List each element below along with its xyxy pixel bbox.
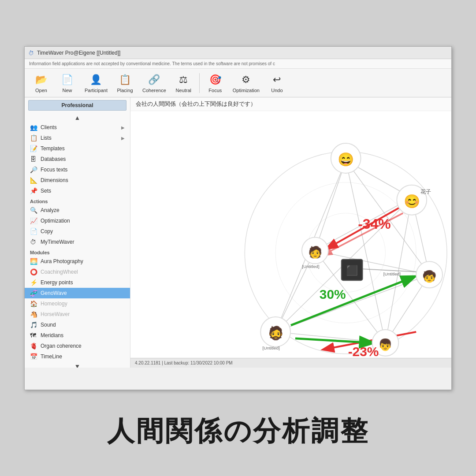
participant-icon: 👤 [89, 73, 103, 87]
templates-icon: 📝 [30, 145, 37, 152]
status-bar: 4.20.22.1181 | Last backup: 11/30/2022 1… [130, 358, 451, 368]
svg-text:🧔: 🧔 [268, 325, 284, 341]
open-button[interactable]: 📂 Open [29, 71, 53, 95]
open-icon: 📂 [34, 73, 48, 87]
neutral-label: Neutral [176, 88, 191, 93]
svg-text:👦: 👦 [378, 338, 393, 352]
sidebar-item-optimization[interactable]: 📈 Optimization [25, 216, 130, 226]
aura-icon: 🌅 [30, 258, 37, 265]
sidebar-item-organ-coherence[interactable]: 🫀 Organ coherence [25, 341, 130, 351]
organ-icon: 🫀 [30, 342, 37, 350]
sound-icon: 🎵 [30, 321, 37, 328]
sidebar-arrow-down[interactable]: ▼ [25, 362, 130, 368]
sidebar-item-homeology[interactable]: 🏠 Homeology [25, 298, 130, 309]
genowave-label: GenoWave [41, 290, 67, 296]
lists-label: Lists [41, 135, 52, 141]
neutral-icon: ⚖ [176, 73, 190, 87]
timeline-icon: 📅 [30, 353, 37, 360]
sets-label: Sets [41, 188, 51, 194]
content-area: Professional ▲ 👥 Clients ▶ 📋 Lists ▶ 📝 T… [25, 97, 451, 368]
sidebar-item-sound[interactable]: 🎵 Sound [25, 320, 130, 330]
sidebar-item-databases[interactable]: 🗄 Databases [25, 154, 130, 164]
undo-label: Undo [271, 88, 283, 93]
sidebar-item-coaching-wheel[interactable]: ⭕ CoachingWheel [25, 267, 130, 277]
optimization-button[interactable]: ⚙ Optimization [229, 71, 263, 95]
dimensions-icon: 📐 [30, 177, 37, 184]
sidebar-arrow-up[interactable]: ▲ [25, 113, 130, 122]
sidebar-item-clients[interactable]: 👥 Clients ▶ [25, 122, 130, 133]
svg-text:🧑: 🧑 [308, 245, 323, 259]
placing-button[interactable]: 📋 Placing [113, 71, 137, 95]
coaching-icon: ⭕ [30, 268, 37, 275]
organ-label: Organ coherence [41, 343, 82, 349]
app-title: TimeWaver Pro@Eigene [[Untitled]] [37, 50, 120, 56]
svg-line-20 [291, 277, 414, 325]
svg-line-9 [315, 250, 429, 275]
app-icon: ⏱ [28, 50, 34, 56]
focus-button[interactable]: 🎯 Focus [203, 71, 227, 95]
homeology-icon: 🏠 [30, 300, 37, 307]
bottom-text: 人間関係の分析調整 [0, 413, 476, 450]
focus-label: Focus [208, 88, 222, 93]
new-button[interactable]: 📄 New [55, 71, 79, 95]
genowave-icon: 🧬 [30, 290, 37, 297]
app-window: ⏱ TimeWaver Pro@Eigene [[Untitled]] Info… [24, 46, 452, 390]
svg-text:⬛: ⬛ [346, 264, 358, 276]
neutral-button[interactable]: ⚖ Neutral [171, 71, 196, 95]
sidebar-item-analyze[interactable]: 🔍 Analyze [25, 205, 130, 216]
focus-icon: 🎯 [208, 73, 222, 87]
analyze-icon: 🔍 [30, 207, 37, 214]
svg-text:😊: 😊 [404, 193, 420, 209]
title-bar: ⏱ TimeWaver Pro@Eigene [[Untitled]] [25, 47, 451, 59]
sidebar-item-sets[interactable]: 📌 Sets [25, 186, 130, 196]
undo-icon: ↩ [270, 73, 284, 87]
horsewaver-label: HorseWaver [41, 311, 70, 317]
sidebar-item-genowave[interactable]: 🧬 GenoWave [25, 288, 130, 298]
sound-label: Sound [41, 322, 56, 328]
open-label: Open [35, 88, 47, 93]
sidebar-item-copy[interactable]: 📄 Copy [25, 226, 130, 237]
sidebar-item-aura-photography[interactable]: 🌅 Aura Photography [25, 256, 130, 267]
undo-button[interactable]: ↩ Undo [265, 71, 289, 95]
sidebar-item-timeline[interactable]: 📅 TimeLine [25, 351, 130, 362]
info-bar: Information field applications are not a… [25, 59, 451, 69]
placing-icon: 📋 [118, 73, 132, 87]
participant-label: Participant [85, 88, 108, 93]
coherence-button[interactable]: 🔗 Coherence [139, 71, 170, 95]
sidebar-item-lists[interactable]: 📋 Lists ▶ [25, 133, 130, 143]
clients-arrow: ▶ [121, 125, 125, 130]
aura-label: Aura Photography [41, 258, 83, 264]
sidebar-item-meridians[interactable]: 🗺 Meridians [25, 330, 130, 341]
sidebar-item-energy-points[interactable]: ⚡ Energy points [25, 277, 130, 288]
templates-label: Templates [41, 145, 65, 152]
main-content: 会社の人間関係（会社の上下関係は良好です） [130, 97, 451, 368]
svg-text:花子: 花子 [420, 189, 431, 195]
clients-icon: 👥 [30, 124, 37, 131]
mytimewaver-label: MyTimeWaver [41, 239, 74, 245]
coherence-label: Coherence [142, 88, 166, 93]
status-text: 4.20.22.1181 | Last backup: 11/30/2022 1… [135, 361, 233, 365]
svg-text:🧒: 🧒 [422, 269, 437, 283]
diagram-area: 😄 😊 🧒 👦 🧔 🧑 ⬛ 花子 [Untitled] [Untitled] [… [130, 111, 451, 368]
timeline-label: TimeLine [41, 353, 62, 360]
energy-icon: ⚡ [30, 279, 37, 286]
dimensions-label: Dimensions [41, 177, 68, 183]
toolbar: 📂 Open 📄 New 👤 Participant 📋 Placing 🔗 C… [25, 69, 451, 97]
professional-button[interactable]: Professional [28, 100, 126, 111]
focus-texts-label: Focus texts [41, 167, 67, 173]
homeology-label: Homeology [41, 301, 67, 307]
sidebar-item-dimensions[interactable]: 📐 Dimensions [25, 175, 130, 186]
participant-button[interactable]: 👤 Participant [81, 71, 111, 95]
coaching-label: CoachingWheel [41, 269, 78, 275]
energy-label: Energy points [41, 279, 73, 286]
databases-label: Databases [41, 156, 66, 162]
sidebar-item-mytimewaver[interactable]: ⏱ MyTimeWaver [25, 237, 130, 247]
coherence-diagram: 😄 😊 🧒 👦 🧔 🧑 ⬛ 花子 [Untitled] [Untitled] [… [130, 111, 451, 368]
sidebar-item-templates[interactable]: 📝 Templates [25, 143, 130, 154]
optimization-icon: ⚙ [239, 73, 253, 87]
placing-label: Placing [117, 88, 133, 93]
actions-section-label: Actions [25, 196, 130, 205]
sidebar-item-horsewaver[interactable]: 🐴 HorseWaver [25, 309, 130, 320]
lists-icon: 📋 [30, 134, 37, 141]
sidebar-item-focus-texts[interactable]: 🔎 Focus texts [25, 164, 130, 175]
